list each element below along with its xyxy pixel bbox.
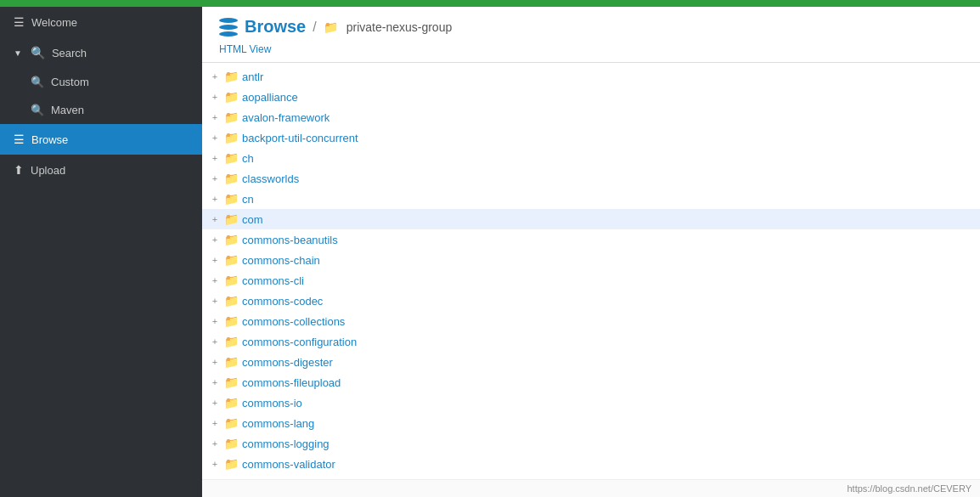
expand-icon: +	[209, 377, 221, 387]
db-disk-2	[219, 25, 238, 30]
top-bar	[0, 0, 980, 7]
tree-row[interactable]: +📁antlr	[202, 66, 980, 87]
search-maven-icon: 🔍	[31, 104, 44, 116]
tree-row[interactable]: +📁commons-validator	[202, 454, 980, 474]
tree-row[interactable]: +📁commons-beanutils	[202, 229, 980, 250]
folder-icon: 📁	[224, 131, 239, 144]
expand-icon: +	[209, 357, 221, 367]
expand-icon: +	[209, 418, 221, 428]
sidebar-item-welcome-label: Welcome	[31, 16, 77, 29]
folder-icon: 📁	[224, 90, 239, 104]
tree-row[interactable]: +📁commons-fileupload	[202, 372, 980, 393]
sidebar-item-welcome[interactable]: ☰ Welcome	[0, 7, 202, 37]
expand-icon: +	[209, 112, 221, 122]
search-icon: 🔍	[31, 46, 45, 59]
browse-icon: ☰	[14, 133, 25, 146]
expand-icon: +	[209, 316, 221, 326]
tree-row[interactable]: +📁commons-collections	[202, 311, 980, 331]
folder-icon: 📁	[224, 294, 239, 308]
tree-row[interactable]: +📁com	[202, 209, 980, 229]
tree-row[interactable]: +📁commons-digester	[202, 352, 980, 372]
db-disk-1	[219, 18, 238, 23]
tree-item-label: com	[242, 213, 263, 226]
folder-icon: 📁	[224, 253, 239, 267]
expand-icon: +	[209, 255, 221, 265]
footer-bar: https://blog.csdn.net/CEVERY	[202, 479, 980, 497]
expand-icon: +	[209, 459, 221, 469]
tree-item-label: ch	[242, 152, 254, 165]
tree-item-label: commons-lang	[242, 417, 314, 430]
folder-icon: 📁	[224, 437, 239, 450]
folder-icon: 📁	[224, 212, 239, 226]
tree-item-label: commons-fileupload	[242, 376, 341, 389]
tree-item-label: commons-cli	[242, 274, 304, 287]
tree-row[interactable]: +📁aopalliance	[202, 87, 980, 107]
tree-row[interactable]: +📁cn	[202, 189, 980, 209]
search-custom-icon: 🔍	[31, 76, 44, 88]
html-view-link[interactable]: HTML View	[219, 42, 271, 57]
tree-item-label: avalon-framework	[242, 111, 329, 124]
expand-icon: +	[209, 194, 221, 204]
expand-icon: +	[209, 153, 221, 163]
folder-icon: 📁	[224, 335, 239, 348]
sidebar-item-custom-label: Custom	[51, 76, 89, 88]
folder-icon: 📁	[224, 192, 239, 206]
tree-row[interactable]: +📁commons-cli	[202, 270, 980, 291]
expand-icon: +	[209, 92, 221, 102]
folder-icon: 📁	[224, 151, 239, 165]
tree-row[interactable]: +📁commons-codec	[202, 291, 980, 311]
breadcrumb-title: Browse	[245, 17, 306, 37]
breadcrumb-separator: /	[313, 20, 316, 35]
sidebar-item-browse-label: Browse	[31, 133, 68, 146]
sidebar-item-custom[interactable]: 🔍 Custom	[0, 68, 202, 96]
tree-row[interactable]: +📁classworlds	[202, 168, 980, 189]
folder-icon: 📁	[224, 376, 239, 389]
expand-icon: +	[209, 214, 221, 224]
db-disk-3	[219, 31, 238, 37]
tree-row[interactable]: +📁commons-lang	[202, 413, 980, 433]
main-content: Browse / 📁 private-nexus-group HTML View…	[202, 7, 980, 497]
tree-row[interactable]: +📁commons-chain	[202, 250, 980, 270]
expand-icon: +	[209, 71, 221, 82]
tree-row[interactable]: +📁commons-configuration	[202, 331, 980, 352]
expand-icon: +	[209, 336, 221, 347]
sidebar-item-search[interactable]: ▼ 🔍 Search	[0, 37, 202, 68]
expand-icon: +	[209, 438, 221, 449]
expand-icon: +	[209, 296, 221, 306]
sidebar-item-upload-label: Upload	[31, 164, 65, 177]
tree-item-label: commons-beanutils	[242, 234, 338, 246]
tree-item-label: commons-chain	[242, 254, 320, 267]
tree-row[interactable]: +📁avalon-framework	[202, 107, 980, 127]
tree-item-label: commons-codec	[242, 295, 323, 308]
tree-item-label: aopalliance	[242, 91, 298, 104]
arrow-down-icon: ▼	[14, 48, 22, 58]
folder-icon: 📁	[224, 70, 239, 83]
tree-item-label: commons-logging	[242, 438, 329, 450]
db-icon	[219, 18, 238, 37]
breadcrumb-repo: private-nexus-group	[346, 20, 453, 34]
folder-icon: 📁	[224, 274, 239, 287]
folder-icon: 📁	[224, 233, 239, 246]
folder-icon: 📁	[224, 314, 239, 328]
main-header: Browse / 📁 private-nexus-group HTML View	[202, 7, 980, 63]
tree-item-label: classworlds	[242, 172, 299, 185]
file-tree: +📁antlr+📁aopalliance+📁avalon-framework+📁…	[202, 63, 980, 479]
sidebar-item-browse[interactable]: ☰ Browse	[0, 124, 202, 155]
sidebar: ☰ Welcome ▼ 🔍 Search 🔍 Custom 🔍 Maven ☰ …	[0, 7, 202, 497]
tree-row[interactable]: +📁commons-io	[202, 393, 980, 413]
tree-row[interactable]: +📁backport-util-concurrent	[202, 127, 980, 148]
folder-icon: 📁	[224, 110, 239, 124]
folder-icon: 📁	[224, 396, 239, 409]
tree-row[interactable]: +📁ch	[202, 148, 980, 168]
tree-item-label: commons-io	[242, 397, 302, 409]
tree-row[interactable]: +📁commons-logging	[202, 433, 980, 454]
tree-item-label: commons-collections	[242, 315, 345, 328]
tree-item-label: commons-digester	[242, 356, 333, 369]
tree-item-label: backport-util-concurrent	[242, 132, 358, 144]
tree-item-label: commons-configuration	[242, 336, 357, 348]
expand-icon: +	[209, 234, 221, 245]
sidebar-item-maven[interactable]: 🔍 Maven	[0, 96, 202, 124]
folder-icon: 📁	[224, 172, 239, 185]
breadcrumb: Browse / 📁 private-nexus-group	[219, 17, 963, 37]
sidebar-item-upload[interactable]: ⬆ Upload	[0, 155, 202, 185]
